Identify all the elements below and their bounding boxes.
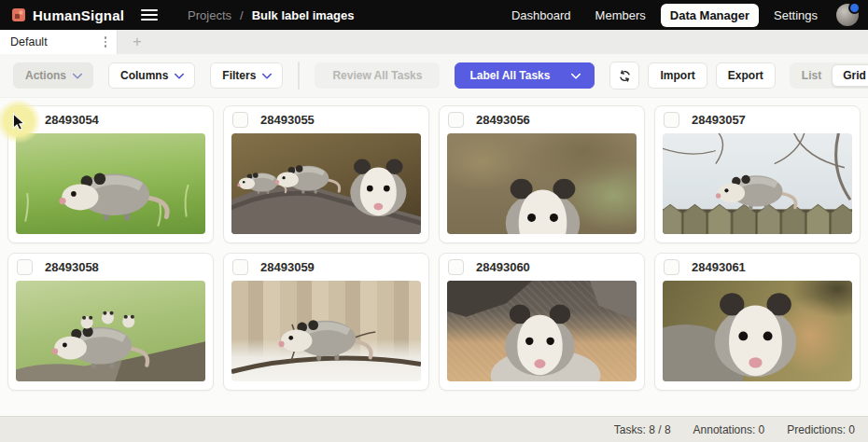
refresh-button[interactable]	[609, 62, 639, 90]
task-image[interactable]	[231, 281, 421, 381]
tab-bar: Default +	[0, 30, 868, 54]
tab-menu-icon[interactable]	[102, 34, 110, 50]
tab-default[interactable]: Default	[0, 30, 118, 54]
task-card[interactable]: 28493055	[223, 105, 429, 243]
task-id: 28493055	[260, 113, 315, 127]
task-id: 28493060	[476, 260, 530, 274]
top-header: HumanSignal Projects / Bulk label images…	[0, 0, 868, 30]
chevron-down-icon	[72, 69, 82, 79]
actions-button[interactable]: Actions	[13, 62, 93, 89]
task-image[interactable]	[16, 133, 205, 234]
task-card[interactable]: 28493060	[439, 253, 645, 391]
chevron-down-icon	[571, 69, 581, 79]
task-id: 28493059	[260, 260, 315, 274]
task-checkbox[interactable]	[664, 112, 679, 128]
task-id: 28493054	[45, 113, 99, 127]
task-card[interactable]: 28493056	[439, 105, 645, 243]
breadcrumb-projects[interactable]: Projects	[188, 8, 231, 22]
breadcrumb-separator: /	[240, 8, 244, 22]
nav-members[interactable]: Members	[586, 4, 655, 27]
humansignal-logo-icon	[11, 7, 26, 22]
toolbar-right: Import Export List Grid	[609, 62, 868, 90]
task-id: 28493056	[476, 113, 530, 127]
task-checkbox[interactable]	[232, 112, 248, 128]
ordering-control: not set	[298, 62, 300, 90]
chevron-down-icon	[262, 69, 273, 79]
breadcrumb: Projects / Bulk label images	[188, 8, 354, 22]
task-checkbox[interactable]	[17, 259, 33, 275]
hamburger-menu-icon[interactable]	[141, 5, 165, 25]
task-image[interactable]	[663, 281, 852, 381]
header-nav: Dashboard Members Data Manager Settings	[502, 4, 827, 27]
task-image[interactable]	[447, 133, 637, 234]
toolbar: Actions Columns Filters not set Review A…	[0, 54, 868, 98]
task-card[interactable]: 28493061	[654, 253, 861, 391]
nav-settings[interactable]: Settings	[764, 4, 827, 27]
task-id: 28493057	[692, 113, 746, 127]
brand-name: HumanSignal	[33, 7, 124, 23]
refresh-icon	[618, 69, 632, 83]
view-toggle: List Grid	[790, 62, 868, 89]
task-card[interactable]: 28493054	[7, 105, 214, 243]
task-image[interactable]	[231, 133, 421, 234]
task-id: 28493061	[692, 260, 746, 274]
chevron-down-icon	[175, 69, 185, 79]
task-card[interactable]: 28493058	[7, 253, 214, 391]
tab-label: Default	[10, 35, 48, 48]
task-checkbox[interactable]	[448, 259, 464, 275]
task-checkbox[interactable]	[448, 112, 464, 128]
label-all-tasks-button[interactable]: Label All Tasks	[455, 62, 595, 89]
brand[interactable]: HumanSignal	[11, 7, 124, 23]
task-image[interactable]	[447, 281, 637, 381]
task-image[interactable]	[16, 281, 205, 381]
task-card[interactable]: 28493057	[654, 105, 861, 243]
columns-button[interactable]: Columns	[108, 62, 195, 89]
tasks-count: Tasks: 8 / 8	[614, 423, 671, 436]
data-manager-app: HumanSignal Projects / Bulk label images…	[0, 0, 868, 442]
task-card[interactable]: 28493059	[223, 253, 429, 391]
filters-button[interactable]: Filters	[210, 62, 283, 89]
export-button[interactable]: Export	[716, 62, 776, 89]
import-button[interactable]: Import	[648, 62, 707, 89]
list-view-button[interactable]: List	[791, 65, 832, 86]
task-checkbox[interactable]	[17, 112, 33, 128]
task-grid: 28493054 28493055	[0, 98, 868, 391]
task-id: 28493058	[45, 260, 99, 274]
add-tab-button[interactable]: +	[118, 30, 157, 54]
breadcrumb-current: Bulk label images	[252, 8, 355, 22]
grid-view-button[interactable]: Grid	[832, 64, 868, 87]
nav-data-manager[interactable]: Data Manager	[661, 4, 759, 27]
nav-dashboard[interactable]: Dashboard	[502, 4, 581, 27]
task-checkbox[interactable]	[664, 259, 679, 275]
task-checkbox[interactable]	[232, 259, 248, 275]
annotations-count: Annotations: 0	[693, 423, 765, 436]
status-bar: Tasks: 8 / 8 Annotations: 0 Predictions:…	[0, 416, 868, 442]
review-all-tasks-button[interactable]: Review All Tasks	[315, 62, 440, 89]
predictions-count: Predictions: 0	[787, 423, 855, 436]
user-avatar[interactable]	[836, 4, 859, 26]
task-image[interactable]	[663, 133, 852, 234]
ordering-value[interactable]: not set	[299, 62, 300, 89]
